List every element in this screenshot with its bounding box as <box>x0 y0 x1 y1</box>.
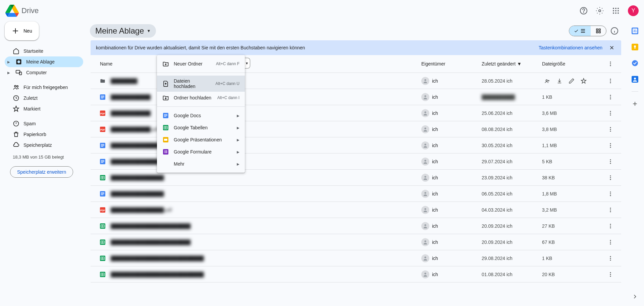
calendar-icon: 31 <box>632 28 638 34</box>
file-row[interactable]: ████████████████████████ ich 20.09.2024 … <box>91 234 621 250</box>
plus-icon <box>11 27 19 35</box>
table-header-more-button[interactable] <box>605 58 616 69</box>
file-more-button[interactable] <box>605 237 616 248</box>
sidebar-label: Speicherplatz <box>23 142 52 148</box>
menu-google-slides[interactable]: Google Präsentationen ▶ <box>157 134 245 146</box>
file-more-button[interactable] <box>605 221 616 231</box>
file-row[interactable]: ████████████████ ich 06.05.2024 ich 1,8 … <box>91 186 621 202</box>
new-button[interactable]: Neu <box>5 21 39 40</box>
download-button[interactable] <box>554 76 565 86</box>
file-row[interactable]: ████████████████████████████ ich 01.08.2… <box>91 266 621 282</box>
sidebar-item-my-drive[interactable]: ▶ Meine Ablage <box>5 56 83 67</box>
column-header-name[interactable]: Name <box>100 61 421 67</box>
list-view-button[interactable] <box>569 26 591 36</box>
header-logo[interactable]: Drive <box>5 4 39 17</box>
sidebar-item-home[interactable]: Startseite <box>5 46 83 56</box>
menu-more[interactable]: Mehr ▶ <box>157 158 245 170</box>
file-modified: 08.08.2024 ich <box>482 127 542 132</box>
file-modified: 29.08.2024 ich <box>482 256 542 261</box>
file-more-button[interactable] <box>605 124 616 135</box>
file-more-button[interactable] <box>605 253 616 264</box>
info-button[interactable] <box>608 24 621 38</box>
sidebar-label: Spam <box>23 121 36 126</box>
tasks-addon-button[interactable] <box>628 56 642 70</box>
file-more-button[interactable] <box>605 205 616 215</box>
menu-upload-file[interactable]: Dateien hochladen Alt+C dann U <box>157 76 245 92</box>
file-more-button[interactable] <box>605 269 616 280</box>
column-header-modified[interactable]: Zuletzt geändert ▼ <box>482 61 542 67</box>
chevron-down-icon: ▼ <box>147 29 151 33</box>
file-row[interactable]: ████████████████████████████ ich 29.08.2… <box>91 250 621 266</box>
svg-point-134 <box>634 78 636 80</box>
owner-avatar-icon <box>421 93 429 101</box>
sort-down-icon: ▼ <box>517 61 522 67</box>
check-icon <box>574 29 579 33</box>
sidebar-item-starred[interactable]: Markiert <box>5 103 83 114</box>
column-header-owner[interactable]: Eigentümer <box>421 61 482 67</box>
sidebar-item-shared[interactable]: Für mich freigegeben <box>5 82 83 93</box>
svg-point-99 <box>610 242 611 243</box>
more-vertical-icon <box>607 191 613 197</box>
close-icon <box>609 45 615 51</box>
svg-point-48 <box>610 127 611 128</box>
svg-point-100 <box>610 243 611 244</box>
slides-icon <box>162 136 169 143</box>
sheet-file-icon <box>100 272 105 277</box>
panel-collapse-button[interactable] <box>628 290 642 303</box>
banner-text: kombinationen für Drive wurden aktualisi… <box>96 45 539 50</box>
menu-google-sheets[interactable]: Google Tabellen ▶ <box>157 122 245 134</box>
calendar-addon-button[interactable]: 31 <box>628 24 642 38</box>
column-header-size[interactable]: Dateigröße <box>542 61 602 67</box>
storage-expand-button[interactable]: Speicherplatz erweitern <box>10 166 73 178</box>
file-row[interactable]: ████████████████████████ ich 20.09.2024 … <box>91 218 621 234</box>
menu-new-folder[interactable]: Neuer Ordner Alt+C dann F <box>157 58 245 70</box>
grid-icon <box>595 28 601 34</box>
more-vertical-icon <box>607 110 613 116</box>
breadcrumb-button[interactable]: Meine Ablage ▼ <box>90 24 156 38</box>
get-addons-button[interactable] <box>628 97 642 111</box>
more-vertical-icon <box>607 175 613 181</box>
grid-view-button[interactable] <box>591 26 606 36</box>
file-more-button[interactable] <box>605 108 616 119</box>
svg-rect-77 <box>101 193 104 194</box>
file-more-button[interactable] <box>605 156 616 167</box>
sidebar-item-storage[interactable]: Speicherplatz <box>5 140 83 150</box>
sidebar-item-spam[interactable]: Spam <box>5 118 83 129</box>
file-more-button[interactable] <box>605 140 616 151</box>
sidebar-item-trash[interactable]: Papierkorb <box>5 129 83 140</box>
rename-button[interactable] <box>566 76 577 86</box>
star-button[interactable] <box>578 76 589 86</box>
menu-upload-folder[interactable]: Ordner hochladen Alt+C dann I <box>157 92 245 104</box>
menu-google-docs[interactable]: Google Docs ▶ <box>157 110 245 122</box>
file-owner: ich <box>421 109 482 117</box>
chevron-right-icon: ▶ <box>237 150 239 154</box>
svg-point-68 <box>610 163 611 164</box>
sheets-icon <box>162 124 169 131</box>
svg-text:PDF: PDF <box>100 209 105 212</box>
svg-point-88 <box>610 211 611 212</box>
user-avatar[interactable]: Y <box>628 5 639 16</box>
apps-button[interactable] <box>609 4 623 17</box>
more-vertical-icon <box>607 142 613 148</box>
svg-point-28 <box>610 79 611 80</box>
owner-avatar-icon <box>421 77 429 85</box>
svg-point-9 <box>613 12 614 14</box>
banner-link[interactable]: Tastenkombinationen ansehen <box>539 45 602 50</box>
share-button[interactable] <box>542 76 553 86</box>
sidebar-item-computer[interactable]: ▶ Computer <box>5 67 83 78</box>
banner-close-button[interactable] <box>608 44 616 52</box>
contacts-addon-button[interactable] <box>628 73 642 86</box>
file-more-button[interactable] <box>605 188 616 199</box>
keep-addon-button[interactable] <box>628 40 642 54</box>
sidebar-item-recent[interactable]: Zuletzt <box>5 93 83 103</box>
menu-google-forms[interactable]: Google Formulare ▶ <box>157 146 245 158</box>
file-more-button[interactable] <box>605 92 616 102</box>
file-name: ████████████████ <box>111 191 421 196</box>
file-more-button[interactable] <box>605 76 616 86</box>
help-button[interactable] <box>577 4 590 17</box>
file-row[interactable]: PDF ████████████████.pdf ich 04.03.2024 … <box>91 202 621 218</box>
settings-button[interactable] <box>593 4 606 17</box>
chevron-right-icon: ▶ <box>237 126 239 130</box>
upload-folder-icon <box>162 94 169 101</box>
file-more-button[interactable] <box>605 172 616 183</box>
